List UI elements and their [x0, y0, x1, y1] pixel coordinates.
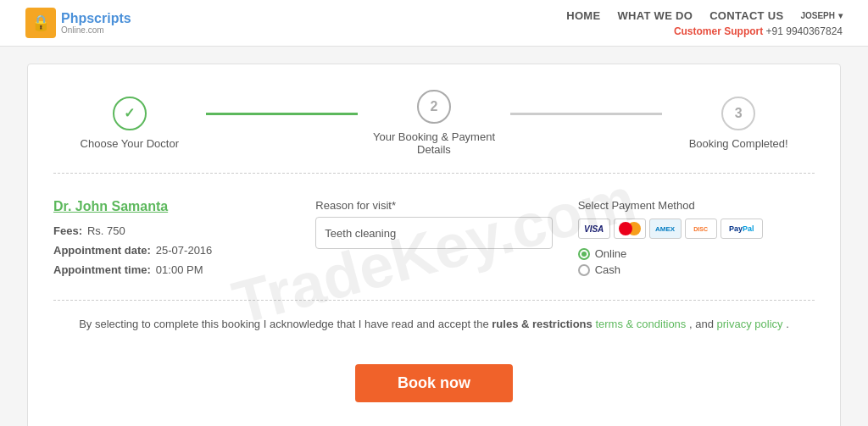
fees-row: Fees: Rs. 750	[53, 224, 290, 237]
card-amex: AMEX	[649, 219, 682, 239]
nav-contact-us[interactable]: CONTACT US	[709, 9, 783, 22]
step-1-circle: ✓	[113, 97, 147, 130]
discover-text: DISC	[693, 226, 708, 232]
payment-label: Select Payment Method	[578, 199, 815, 212]
book-btn-container: Book now	[53, 364, 815, 402]
logo-name: Phpscripts	[61, 11, 131, 25]
appointment-time-label: Appointment time:	[53, 263, 151, 276]
amex-text: AMEX	[655, 225, 675, 233]
card-visa: VISA	[578, 219, 610, 239]
appointment-date-row: Appointment date: 25-07-2016	[53, 244, 290, 257]
booking-middle: Reason for visit*	[315, 199, 552, 283]
fees-value: Rs. 750	[87, 224, 125, 237]
nav-what-we-do[interactable]: WHAT WE DO	[617, 9, 693, 22]
terms-text-after: .	[786, 318, 789, 330]
main-content: TradeKey.com ✓ Choose Your Doctor 2 Your…	[27, 64, 841, 426]
doctor-name[interactable]: Dr. John Samanta	[53, 199, 290, 214]
nav-home[interactable]: HOME	[566, 9, 600, 22]
logo-text: Phpscripts	[61, 11, 131, 26]
connector-1-2	[206, 113, 359, 115]
booking-grid: Dr. John Samanta Fees: Rs. 750 Appointme…	[53, 199, 815, 283]
terms-rules: rules & restrictions	[492, 318, 593, 330]
nav-links: HOME WHAT WE DO CONTACT US JOSEPH ▾	[566, 9, 843, 22]
terms-conditions-link[interactable]: terms & conditions	[595, 318, 686, 330]
navbar: 🔒 Phpscripts Online.com HOME WHAT WE DO …	[0, 0, 868, 47]
radio-cash[interactable]	[578, 264, 590, 276]
step-3: 3 Booking Completed!	[662, 97, 815, 150]
terms-section: By selecting to complete this booking I …	[53, 300, 815, 347]
support-label: Customer Support	[674, 25, 763, 37]
nav-right: HOME WHAT WE DO CONTACT US JOSEPH ▾ Cust…	[566, 9, 843, 37]
card-paypal: PayPal	[721, 219, 763, 239]
fees-label: Fees:	[53, 224, 82, 237]
nav-dropdown-icon: ▾	[838, 11, 843, 20]
logo-text-container: Phpscripts Online.com	[61, 11, 131, 36]
payment-cash-label: Cash	[595, 263, 620, 276]
support-phone: +91 9940367824	[766, 25, 843, 37]
appointment-time-value: 01:00 PM	[156, 263, 203, 276]
step-3-label: Booking Completed!	[689, 137, 788, 150]
card-discover: DISC	[685, 219, 717, 239]
booking-left: Dr. John Samanta Fees: Rs. 750 Appointme…	[53, 199, 290, 283]
radio-online[interactable]	[578, 248, 590, 260]
steps-container: ✓ Choose Your Doctor 2 Your Booking & Pa…	[53, 90, 815, 174]
book-now-button[interactable]: Book now	[355, 364, 513, 402]
nav-user-label: JOSEPH	[800, 11, 835, 20]
nav-user-menu[interactable]: JOSEPH ▾	[800, 11, 843, 20]
reason-input[interactable]	[315, 217, 552, 249]
payment-cards: VISA AMEX DISC	[578, 219, 815, 239]
paypal-text: PayPal	[729, 224, 754, 233]
logo-icon: 🔒	[25, 8, 56, 38]
support-line: Customer Support +91 9940367824	[674, 25, 843, 37]
step-2: 2 Your Booking & Payment Details	[358, 90, 510, 156]
appointment-date-value: 25-07-2016	[156, 244, 213, 257]
logo-sub: Online.com	[61, 25, 131, 35]
payment-online-label: Online	[595, 247, 627, 260]
mc-red	[619, 222, 632, 235]
step-3-circle: 3	[721, 97, 755, 130]
step-2-circle: 2	[417, 90, 451, 124]
visa-text: VISA	[584, 224, 604, 234]
step-1-label: Choose Your Doctor	[81, 137, 179, 150]
brand-logo[interactable]: 🔒 Phpscripts Online.com	[25, 8, 131, 38]
booking-right: Select Payment Method VISA	[578, 199, 815, 283]
reason-label: Reason for visit*	[315, 199, 552, 212]
payment-option-cash[interactable]: Cash	[578, 263, 815, 276]
terms-text-between: , and	[689, 318, 717, 330]
step-1: ✓ Choose Your Doctor	[53, 97, 206, 150]
connector-2-3	[510, 113, 663, 115]
terms-text-before: By selecting to complete this booking I …	[79, 318, 492, 330]
mc-circles	[615, 219, 645, 238]
appointment-date-label: Appointment date:	[53, 244, 151, 257]
step-2-label: Your Booking & Payment Details	[358, 130, 510, 156]
appointment-time-row: Appointment time: 01:00 PM	[53, 263, 290, 276]
card-mastercard	[614, 219, 646, 239]
payment-option-online[interactable]: Online	[578, 247, 815, 260]
terms-privacy-link[interactable]: privacy policy	[717, 318, 783, 330]
